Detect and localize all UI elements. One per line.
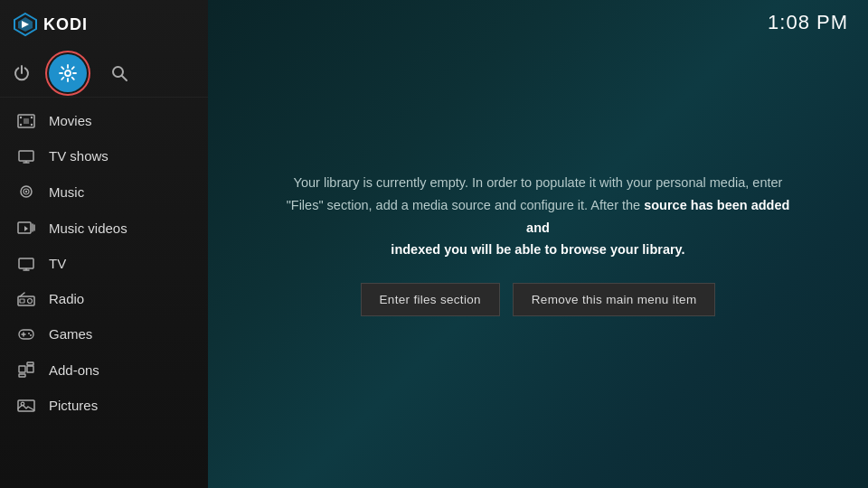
svg-rect-28 [19, 366, 25, 372]
svg-point-9 [20, 123, 22, 125]
svg-rect-12 [19, 151, 33, 161]
sidebar-item-musicvideos[interactable]: Music videos [0, 210, 208, 246]
svg-rect-23 [20, 299, 24, 303]
pictures-icon [16, 399, 36, 413]
sidebar-item-radio[interactable]: Radio [0, 281, 208, 316]
time-display-area: 1:08 PM [748, 0, 868, 45]
musicvideos-label: Music videos [49, 221, 127, 236]
search-button[interactable] [110, 64, 128, 82]
sidebar-item-addons[interactable]: Add-ons [0, 352, 208, 388]
music-icon [16, 183, 36, 200]
games-icon [16, 327, 36, 342]
svg-line-5 [122, 76, 127, 80]
settings-button[interactable] [49, 54, 87, 92]
svg-rect-31 [27, 362, 33, 365]
sidebar-item-tvshows[interactable]: TV shows [0, 138, 208, 174]
kodi-logo-icon [13, 12, 38, 37]
kodi-logo: KODI [13, 12, 88, 37]
current-time: 1:08 PM [768, 11, 848, 33]
movies-icon [16, 114, 36, 128]
movies-label: Movies [49, 113, 92, 128]
action-buttons-group: Enter files section Remove this main men… [276, 283, 800, 316]
svg-point-15 [25, 191, 27, 192]
musicvideos-icon [16, 220, 36, 236]
enter-files-button[interactable]: Enter files section [361, 283, 500, 316]
kodi-text: KODI [43, 15, 88, 34]
svg-point-10 [31, 123, 33, 125]
svg-point-8 [31, 116, 33, 117]
remove-menu-item-button[interactable]: Remove this main menu item [513, 283, 716, 316]
svg-point-27 [30, 334, 32, 336]
svg-rect-30 [19, 374, 25, 377]
games-label: Games [49, 326, 92, 342]
svg-rect-29 [27, 366, 33, 372]
svg-point-26 [28, 333, 30, 334]
svg-point-3 [65, 70, 71, 76]
sidebar: KODI [0, 0, 208, 488]
tv-icon [16, 257, 36, 271]
tvshows-label: TV shows [49, 148, 108, 164]
sidebar-logo-area: KODI [0, 0, 208, 49]
library-info-text: Your library is currently empty. In orde… [276, 172, 800, 261]
addons-icon [16, 361, 36, 378]
sidebar-item-pictures[interactable]: Pictures [0, 388, 208, 423]
main-content: 1:08 PM Your library is currently empty.… [208, 0, 868, 488]
svg-rect-11 [24, 118, 29, 124]
svg-point-7 [20, 116, 22, 117]
menu-list: Movies TV shows [0, 98, 208, 488]
pictures-label: Pictures [49, 398, 98, 413]
radio-label: Radio [49, 291, 84, 306]
library-info-box: Your library is currently empty. In orde… [258, 154, 818, 334]
tv-label: TV [49, 256, 66, 271]
sidebar-item-games[interactable]: Games [0, 316, 208, 352]
sidebar-item-tv[interactable]: TV [0, 246, 208, 281]
radio-icon [16, 292, 36, 306]
svg-rect-17 [19, 258, 33, 268]
sidebar-top-icons [0, 49, 208, 98]
sidebar-item-movies[interactable]: Movies [0, 103, 208, 138]
sidebar-item-music[interactable]: Music [0, 174, 208, 210]
svg-point-22 [28, 298, 33, 303]
addons-label: Add-ons [49, 362, 99, 378]
music-label: Music [49, 184, 84, 200]
power-button[interactable] [13, 64, 31, 82]
tvshows-icon [16, 149, 36, 164]
